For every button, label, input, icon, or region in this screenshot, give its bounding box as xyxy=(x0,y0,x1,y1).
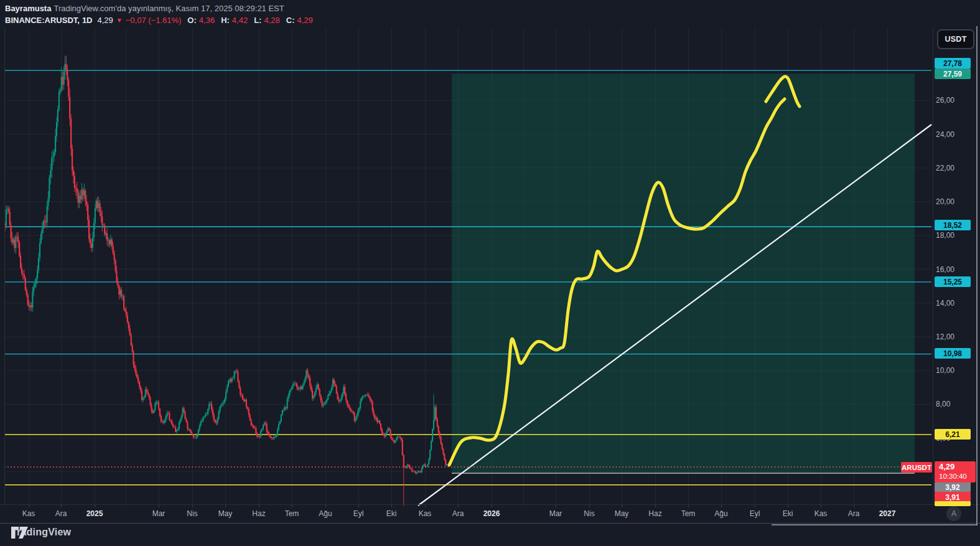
time-tick xyxy=(755,505,755,507)
price-level-chip[interactable]: 27,59 xyxy=(935,68,971,79)
time-axis-label: Tem xyxy=(285,509,299,518)
time-tick xyxy=(425,505,426,507)
time-tick xyxy=(259,505,259,507)
symbol-price-label: ARUSDT xyxy=(901,462,932,473)
time-axis-label: Haz xyxy=(252,509,265,518)
price-axis-label: 20,00 xyxy=(936,197,972,206)
time-axis-label: Mar xyxy=(549,509,562,518)
current-price-value: 4,29 xyxy=(939,461,976,472)
time-tick xyxy=(61,505,62,507)
time-axis-label: Ara xyxy=(452,509,464,518)
time-tick xyxy=(688,505,689,507)
widget-bottom-border xyxy=(772,524,978,525)
price-axis-label: 24,00 xyxy=(936,130,972,139)
time-tick xyxy=(29,505,29,507)
price-axis-label: 10,00 xyxy=(936,366,972,375)
symbol-ohlc-row: BINANCE:ARUSDT, 1D 4,29 ▼ −0,07 (−1.61%)… xyxy=(5,14,313,26)
price-axis-label: 22,00 xyxy=(936,164,972,172)
author-name: Bayramusta xyxy=(5,3,51,14)
time-axis-label: 2025 xyxy=(86,509,103,518)
time-tick xyxy=(854,505,854,507)
open-value: 4,36 xyxy=(199,15,215,26)
price-axis-label: 14,00 xyxy=(936,299,972,308)
time-tick xyxy=(358,505,359,507)
time-axis-label: Nis xyxy=(584,509,594,518)
time-axis-label: Ara xyxy=(848,509,860,518)
last-price: 4,29 xyxy=(98,15,113,26)
time-axis-label: Eyl xyxy=(353,509,364,518)
high-value: 4,42 xyxy=(232,15,248,26)
time-axis-label: Eyl xyxy=(750,509,760,518)
time-axis-label: 2026 xyxy=(483,509,500,518)
price-level-chip[interactable]: 27,78 xyxy=(935,58,971,68)
time-axis-label: May xyxy=(615,509,629,518)
price-axis-label: 16,00 xyxy=(936,265,972,274)
time-tick xyxy=(391,505,392,507)
projection-box[interactable] xyxy=(452,73,915,473)
time-tick xyxy=(458,505,459,507)
time-axis-label: 2027 xyxy=(879,509,896,518)
time-tick xyxy=(622,505,622,507)
currency-toggle-button[interactable]: USDT xyxy=(937,29,974,49)
down-triangle-icon: ▼ xyxy=(116,15,123,26)
time-axis-label: Mar xyxy=(152,509,166,518)
time-axis-label: Ağu xyxy=(319,509,332,518)
candlestick-series xyxy=(5,55,447,507)
price-level-chip[interactable]: 18,52 xyxy=(935,220,971,230)
price-change: −0,07 (−1.61%) xyxy=(126,15,182,26)
time-axis-label: Ara xyxy=(55,509,67,518)
time-tick xyxy=(325,505,326,507)
attribution-a-button[interactable]: A xyxy=(946,506,961,521)
price-level-chip[interactable]: 15,25 xyxy=(935,276,971,287)
current-price-chip: 4,29 10:30:40 xyxy=(935,461,976,482)
time-tick xyxy=(159,505,159,507)
close-value: 4,29 xyxy=(297,15,312,26)
time-axis-label: Eki xyxy=(783,509,793,518)
time-tick xyxy=(589,505,590,507)
time-axis-label: Haz xyxy=(648,509,661,518)
tradingview-attribution[interactable]: TradingView xyxy=(11,527,71,538)
time-tick xyxy=(225,505,226,507)
time-tick xyxy=(788,505,788,507)
time-tick xyxy=(655,505,656,507)
time-axis-label: Ağu xyxy=(714,509,727,518)
price-level-chip[interactable]: 6,21 xyxy=(935,429,971,440)
close-label: C: xyxy=(286,15,295,26)
time-tick xyxy=(95,505,95,507)
open-label: O: xyxy=(187,15,196,26)
price-level-chip[interactable] xyxy=(935,501,971,506)
time-axis[interactable]: KasAra2025MarNisMayHazTemAğuEylEkiKasAra… xyxy=(0,504,980,524)
price-axis-label: 12,00 xyxy=(936,332,972,341)
time-axis-label: Nis xyxy=(187,509,197,518)
symbol-name: BINANCE:ARUSDT, xyxy=(5,15,80,26)
time-tick xyxy=(821,505,821,507)
time-axis-label: Kas xyxy=(22,509,35,518)
time-axis-label: Tem xyxy=(681,509,696,518)
high-label: H: xyxy=(221,15,230,26)
time-axis-label: Eki xyxy=(386,509,397,518)
time-tick xyxy=(556,505,556,507)
price-axis-label: 18,00 xyxy=(936,231,972,240)
price-axis-label: 26,00 xyxy=(936,96,972,105)
widget-right-border xyxy=(976,26,978,525)
timeframe: 1D xyxy=(82,15,93,26)
tradingview-logo-icon xyxy=(11,527,28,539)
price-axis-label: 8,00 xyxy=(936,400,972,408)
price-level-chip[interactable]: 10,98 xyxy=(935,348,971,359)
tradingview-published-chart: Bayramusta TradingView.com'da yayınlanmı… xyxy=(0,0,980,546)
low-label: L: xyxy=(254,15,261,26)
publish-info: TradingView.com'da yayınlanmış, Kasım 17… xyxy=(54,3,284,14)
byline: Bayramusta TradingView.com'da yayınlanmı… xyxy=(5,2,313,14)
chart-pane[interactable] xyxy=(0,0,980,546)
bar-countdown: 10:30:40 xyxy=(939,472,976,481)
price-level-chip[interactable]: 3,92 xyxy=(935,482,971,492)
time-tick xyxy=(887,505,888,507)
time-axis-label: Kas xyxy=(419,509,432,518)
time-tick xyxy=(721,505,722,507)
chart-header: Bayramusta TradingView.com'da yayınlanmı… xyxy=(5,2,313,26)
time-axis-label: May xyxy=(218,509,233,518)
low-value: 4,28 xyxy=(264,15,279,26)
time-tick xyxy=(292,505,292,507)
time-tick xyxy=(492,505,492,507)
time-axis-label: Kas xyxy=(814,509,828,518)
